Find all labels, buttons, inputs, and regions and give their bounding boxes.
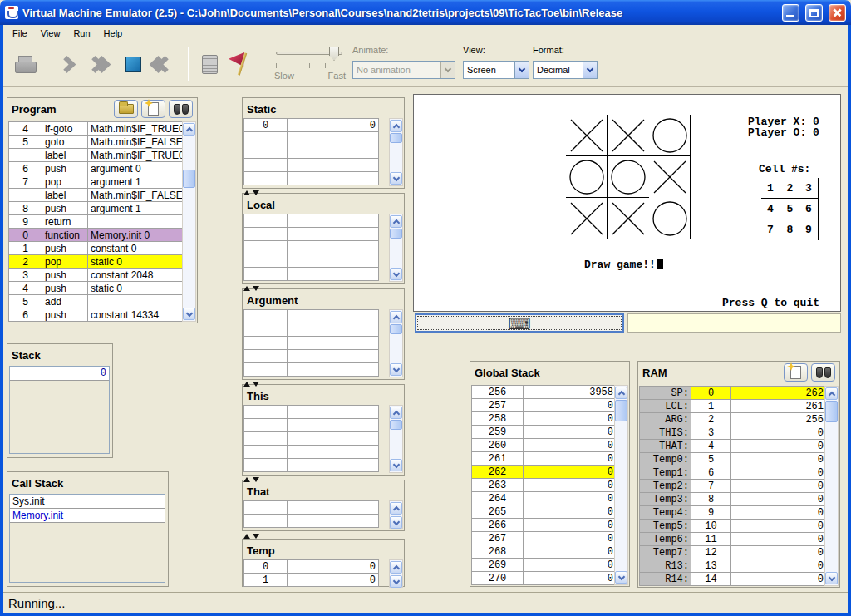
ram-row[interactable]: THIS: 3 0: [640, 426, 827, 440]
program-row[interactable]: 7 pop argument 1: [9, 175, 185, 189]
stop-button[interactable]: [118, 48, 148, 80]
ram-value[interactable]: 261: [731, 400, 827, 413]
global-stack-row[interactable]: 264 0: [472, 492, 617, 505]
ram-address[interactable]: 4: [691, 440, 731, 453]
gstack-value[interactable]: 3958: [524, 386, 617, 399]
gstack-value[interactable]: 0: [524, 545, 617, 559]
ram-row[interactable]: Temp4: 9 0: [640, 506, 827, 520]
ram-address[interactable]: 3: [691, 426, 731, 440]
segment-row[interactable]: 00: [244, 560, 379, 574]
scroll-up-button[interactable]: [390, 311, 402, 323]
ram-value[interactable]: 0: [731, 506, 827, 520]
program-row[interactable]: 6 push argument 0: [9, 162, 185, 175]
program-argument[interactable]: Memory.init 0: [88, 229, 185, 242]
global-stack-row[interactable]: 267 0: [472, 532, 617, 545]
minimize-button[interactable]: [782, 4, 799, 22]
program-command[interactable]: return: [42, 215, 88, 229]
gstack-value[interactable]: 0: [524, 399, 617, 412]
gstack-value[interactable]: 0: [524, 572, 617, 585]
scroll-up-button[interactable]: [615, 387, 627, 399]
maximize-button[interactable]: [805, 4, 823, 22]
ram-address[interactable]: 14: [691, 573, 731, 586]
program-row[interactable]: label Math.min$IF_FALSE0: [9, 189, 185, 202]
program-line-number[interactable]: 2: [9, 255, 42, 269]
program-row[interactable]: 4 if-goto Math.min$IF_TRUE0: [9, 122, 185, 136]
scroll-up-button[interactable]: [390, 407, 402, 419]
segment-row[interactable]: [244, 501, 379, 515]
ram-value[interactable]: 0: [731, 520, 827, 533]
ram-row[interactable]: SP: 0 262: [640, 387, 827, 400]
scrollbar-thumb[interactable]: [390, 229, 402, 239]
run-button[interactable]: [83, 48, 113, 80]
static-scrollbar[interactable]: [389, 118, 403, 186]
ram-value[interactable]: 0: [731, 480, 827, 493]
global-stack-row[interactable]: 256 3958: [472, 386, 617, 399]
program-line-number[interactable]: 6: [9, 162, 42, 175]
chevron-down-icon[interactable]: [514, 62, 529, 78]
ram-value[interactable]: 0: [731, 440, 827, 453]
scroll-up-button[interactable]: [390, 215, 402, 228]
menu-file[interactable]: File: [6, 27, 34, 40]
ram-address[interactable]: 5: [691, 453, 731, 466]
program-line-number[interactable]: 4: [9, 122, 42, 136]
call-stack-item[interactable]: Sys.init: [10, 495, 165, 509]
global-stack-row[interactable]: 260 0: [472, 439, 617, 452]
program-argument[interactable]: argument 0: [88, 162, 185, 175]
ram-value[interactable]: 0: [731, 493, 827, 506]
ram-address[interactable]: 7: [691, 480, 731, 493]
search-ram-button[interactable]: [811, 363, 835, 382]
scroll-down-button[interactable]: [390, 516, 402, 529]
stack-list[interactable]: 0: [9, 366, 110, 454]
gstack-address[interactable]: 269: [472, 559, 524, 572]
program-command[interactable]: if-goto: [42, 122, 88, 136]
gstack-value[interactable]: 0: [524, 492, 617, 505]
segment-row[interactable]: [244, 254, 379, 268]
gstack-address[interactable]: 258: [472, 412, 524, 426]
gstack-value[interactable]: 0: [524, 426, 617, 439]
segment-row[interactable]: [244, 323, 379, 337]
ram-address[interactable]: 6: [691, 466, 731, 480]
segment-row[interactable]: [244, 228, 379, 241]
scroll-up-button[interactable]: [390, 502, 402, 515]
gstack-value[interactable]: 0: [524, 479, 617, 492]
gstack-address[interactable]: 263: [472, 479, 524, 492]
segment-row[interactable]: [244, 459, 379, 472]
segment-row[interactable]: [244, 159, 379, 172]
program-command[interactable]: function: [42, 229, 88, 242]
ram-value[interactable]: 256: [731, 413, 827, 426]
program-row[interactable]: 6 push constant 14334: [9, 308, 185, 322]
clear-program-button[interactable]: [141, 100, 165, 118]
segment-row[interactable]: [244, 214, 379, 228]
scrollbar-thumb[interactable]: [615, 400, 627, 421]
ram-scrollbar[interactable]: [824, 386, 839, 586]
gstack-address[interactable]: 268: [472, 545, 524, 559]
global-stack-row[interactable]: 258 0: [472, 412, 617, 426]
program-row[interactable]: 4 push static 0: [9, 282, 185, 295]
program-argument[interactable]: Math.min$IF_TRUE0: [88, 149, 185, 162]
program-line-number[interactable]: 6: [9, 308, 42, 322]
program-argument[interactable]: [88, 295, 185, 308]
gstack-address[interactable]: 264: [472, 492, 524, 505]
ram-value[interactable]: 0: [731, 453, 827, 466]
program-command[interactable]: push: [42, 269, 88, 282]
program-line-number[interactable]: 4: [9, 282, 42, 295]
ram-address[interactable]: 0: [691, 387, 731, 400]
scrollbar-thumb[interactable]: [183, 170, 195, 188]
program-command[interactable]: add: [42, 295, 88, 308]
segment-row[interactable]: [244, 350, 379, 363]
gstack-value[interactable]: 0: [524, 412, 617, 426]
gstack-value[interactable]: 0: [524, 505, 617, 519]
scrollbar-thumb[interactable]: [390, 133, 402, 143]
chevron-down-icon[interactable]: [583, 62, 597, 78]
ram-address[interactable]: 9: [691, 506, 731, 520]
program-command[interactable]: push: [42, 282, 88, 295]
call-stack-item[interactable]: Memory.init: [10, 509, 165, 523]
panel-splitter[interactable]: [243, 285, 259, 291]
call-stack-list[interactable]: Sys.init Memory.init: [9, 494, 165, 583]
close-button[interactable]: [829, 4, 846, 22]
single-step-button[interactable]: [52, 48, 81, 80]
scroll-up-button[interactable]: [825, 387, 838, 400]
global-stack-row[interactable]: 268 0: [472, 545, 617, 559]
program-row[interactable]: label Math.min$IF_TRUE0: [9, 149, 185, 162]
program-command[interactable]: push: [42, 308, 88, 322]
